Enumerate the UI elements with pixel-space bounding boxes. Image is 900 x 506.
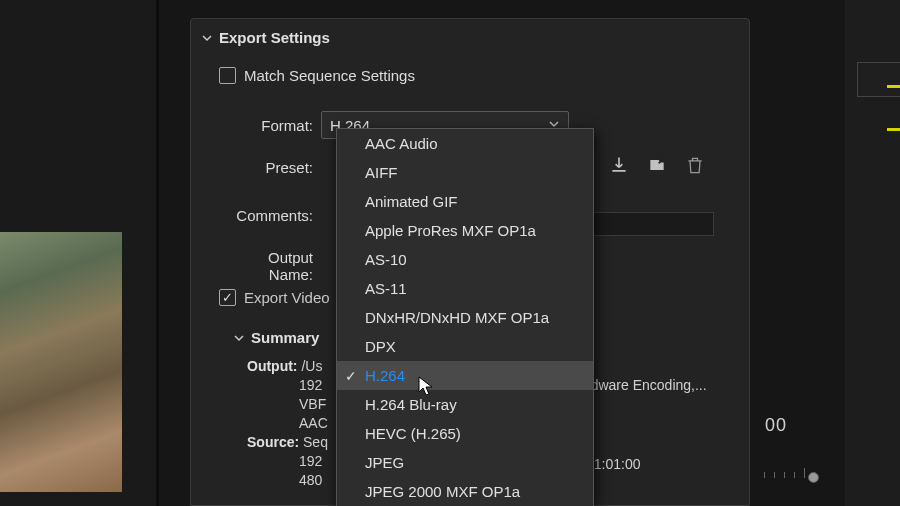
summary-output-path: /Us (301, 358, 322, 374)
preset-toolbar (609, 155, 705, 178)
timeline-box (857, 62, 900, 97)
summary-encoding-snippet: rdware Encoding,... (586, 377, 707, 393)
trash-icon[interactable] (685, 155, 705, 178)
comments-input[interactable] (586, 212, 714, 236)
marker-dash (887, 128, 900, 131)
summary-title: Summary (251, 329, 319, 346)
format-dropdown[interactable]: AAC AudioAIFFAnimated GIFApple ProRes MX… (336, 128, 594, 506)
summary-source-label: Source: (247, 434, 299, 450)
preset-label: Preset: (221, 159, 321, 176)
format-label: Format: (221, 117, 321, 134)
match-sequence-label: Match Sequence Settings (244, 67, 415, 84)
timecode-fragment: 00 (765, 415, 787, 436)
format-option[interactable]: AAC Audio (337, 129, 593, 158)
comments-label: Comments: (221, 207, 321, 224)
marker-dash (887, 85, 900, 88)
summary-duration-snippet: 01:01:00 (586, 456, 641, 472)
format-option[interactable]: AS-10 (337, 245, 593, 274)
summary-output-l2: 192 (299, 377, 322, 393)
preset-import-icon[interactable] (647, 155, 667, 178)
export-video-label: Export Video (244, 289, 330, 306)
panel-header[interactable]: Export Settings (199, 29, 330, 46)
format-option[interactable]: JPEG (337, 448, 593, 477)
format-option[interactable]: AIFF (337, 158, 593, 187)
output-name-label: Output Name: (221, 249, 321, 283)
download-icon[interactable] (609, 155, 629, 178)
summary-output-l4: AAC (299, 415, 328, 431)
summary-output-label: Output: (247, 358, 298, 374)
summary-source-l3: 480 (299, 472, 322, 488)
format-option[interactable]: Apple ProRes MXF OP1a (337, 216, 593, 245)
format-option[interactable]: H.264 Blu-ray (337, 390, 593, 419)
format-option[interactable]: HEVC (H.265) (337, 419, 593, 448)
summary-source-l2: 192 (299, 453, 322, 469)
format-option[interactable]: H.264 (337, 361, 593, 390)
format-option[interactable]: DPX (337, 332, 593, 361)
match-sequence-row[interactable]: Match Sequence Settings (219, 67, 415, 84)
format-option[interactable]: JPEG 2000 MXF OP1a (337, 477, 593, 506)
panel-title: Export Settings (219, 29, 330, 46)
summary-output-l3: VBF (299, 396, 326, 412)
export-video-checkbox[interactable] (219, 289, 236, 306)
chevron-down-icon[interactable] (199, 30, 215, 46)
summary-source-l1: Seq (303, 434, 328, 450)
format-option[interactable]: AS-11 (337, 274, 593, 303)
zoom-knob[interactable] (808, 472, 819, 483)
zoom-ruler[interactable] (760, 460, 840, 490)
format-option[interactable]: DNxHR/DNxHD MXF OP1a (337, 303, 593, 332)
preview-thumbnail (0, 232, 122, 492)
format-option[interactable]: Animated GIF (337, 187, 593, 216)
chevron-down-icon[interactable] (231, 330, 247, 346)
mouse-cursor (418, 376, 436, 401)
match-sequence-checkbox[interactable] (219, 67, 236, 84)
left-divider (156, 0, 159, 506)
